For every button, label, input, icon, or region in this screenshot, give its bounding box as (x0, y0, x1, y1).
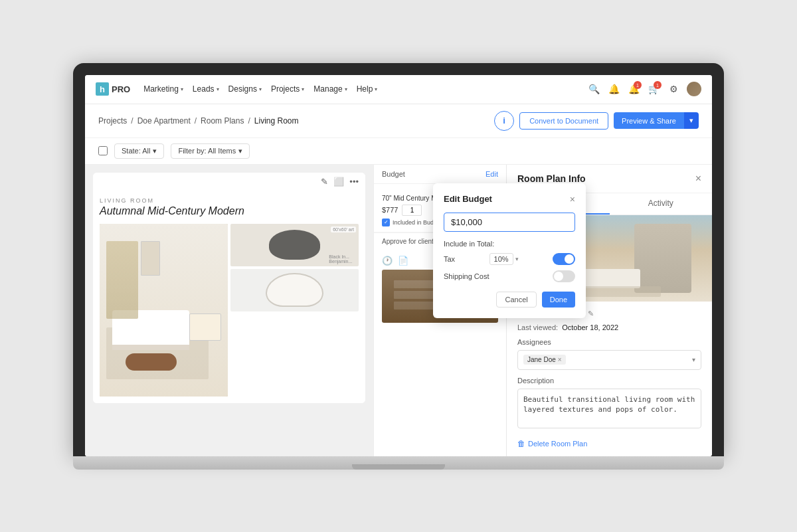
nav-leads[interactable]: Leads ▾ (193, 84, 219, 94)
tax-select: 10% ▾ (489, 253, 519, 265)
room-plan-image: LIVING ROOM Autumnal Mid-Century Modern (93, 191, 365, 403)
last-viewed-value: October 18, 2022 (562, 323, 618, 331)
search-icon[interactable]: 🔍 (587, 82, 600, 96)
shipping-toggle[interactable] (553, 270, 575, 282)
fireplace (634, 224, 692, 293)
room-label: LIVING ROOM (100, 197, 359, 204)
assignees-input[interactable]: Jane Doe × ▾ (517, 350, 701, 370)
done-button[interactable]: Done (542, 292, 575, 308)
room-plan-card: ✎ ⬜ ••• LIVING ROOM Autumnal Mid-Century… (93, 173, 365, 403)
wall-art-element (141, 241, 160, 276)
budget-edit-link[interactable]: Edit (486, 170, 498, 178)
breadcrumb-current: Living Room (254, 116, 299, 126)
artwork-figure (269, 230, 320, 260)
size-label: 60'x60' art (331, 226, 356, 232)
nav-items: Marketing ▾ Leads ▾ Designs ▾ Projects ▾ (143, 84, 574, 94)
room-collage: 60'x60' art Black In...Benjamin... (100, 224, 359, 397)
nav-designs[interactable]: Designs ▾ (228, 84, 262, 94)
chevron-down-icon: ▾ (515, 256, 519, 262)
breadcrumb-bar: Projects / Doe Apartment / Room Plans / … (85, 104, 712, 138)
bookshelf-element (106, 241, 138, 319)
houzz-logo-icon: h (96, 82, 109, 96)
breadcrumb-actions: i Convert to Document Preview & Share ▾ (494, 111, 699, 131)
nav-projects[interactable]: Projects ▾ (271, 84, 304, 94)
chevron-down-icon: ▾ (345, 86, 347, 92)
notifications-icon[interactable]: 🔔 1 (627, 82, 640, 96)
convert-to-document-button[interactable]: Convert to Document (519, 112, 608, 130)
edit-budget-modal: Edit Budget × Include in Total: Tax 10% … (433, 183, 586, 318)
modal-header: Edit Budget × (444, 194, 575, 205)
tax-toggle[interactable] (553, 253, 575, 265)
name-edit-icon[interactable]: ✎ (588, 310, 594, 318)
description-textarea[interactable]: Beautiful transitional living room with … (517, 389, 701, 428)
approve-label: Approve for client (382, 238, 434, 245)
delete-room-plan-link[interactable]: 🗑 Delete Room Plan (517, 439, 701, 448)
chevron-down-icon: ▾ (238, 147, 242, 155)
laptop-container: h PRO Marketing ▾ Leads ▾ Designs ▾ (73, 63, 724, 470)
chair-element (189, 313, 221, 341)
description-section-label: Description (517, 377, 701, 385)
edit-icon[interactable]: ✎ (321, 177, 328, 187)
nav-right: 🔍 🔔 🔔 1 🛒 1 ⚙ (587, 82, 701, 96)
assignees-section-label: Assignees (517, 338, 701, 346)
houzz-logo[interactable]: h PRO (96, 82, 130, 96)
budget-title: Budget (382, 170, 405, 178)
tax-percentage[interactable]: 10% (489, 253, 513, 265)
panel-close-button[interactable]: × (695, 173, 701, 185)
chevron-down-icon: ▾ (153, 147, 157, 155)
cancel-button[interactable]: Cancel (496, 292, 536, 308)
assignee-name: Jane Doe (527, 356, 556, 363)
more-icon[interactable]: ••• (349, 177, 359, 187)
remove-assignee-button[interactable]: × (558, 356, 562, 363)
view-icon[interactable]: ⬜ (333, 177, 344, 187)
tax-row: Tax 10% ▾ (444, 253, 575, 265)
modal-title: Edit Budget (444, 194, 492, 204)
product-qty-input[interactable] (402, 205, 422, 216)
card-toolbar: ✎ ⬜ ••• (93, 173, 365, 191)
artwork-image: 60'x60' art Black In...Benjamin... (230, 224, 359, 266)
settings-icon[interactable]: ⚙ (667, 82, 680, 96)
tab-activity[interactable]: Activity (610, 193, 713, 215)
shipping-label: Shipping Cost (444, 272, 489, 280)
breadcrumb-room-plans[interactable]: Room Plans (201, 116, 244, 126)
clock-icon[interactable]: 🕐 (382, 256, 393, 266)
screen-bezel: h PRO Marketing ▾ Leads ▾ Designs ▾ (73, 63, 724, 456)
chevron-down-icon: ▾ (302, 86, 304, 92)
main-room-image (100, 224, 228, 397)
mirror-shape (266, 273, 323, 307)
product-price: $777 (382, 206, 398, 214)
toolbar: State: All ▾ Filter by: All Items ▾ (85, 138, 712, 165)
assignees-dropdown-icon: ▾ (692, 356, 695, 363)
nav-manage[interactable]: Manage ▾ (313, 84, 347, 94)
info-button[interactable]: i (494, 111, 514, 131)
breadcrumb-doe-apartment[interactable]: Doe Apartment (137, 116, 191, 126)
artwork-credit: Black In...Benjamin... (329, 254, 352, 264)
nav-help[interactable]: Help ▾ (357, 84, 378, 94)
budget-amount-input[interactable] (444, 213, 575, 232)
last-viewed-label: Last viewed: (517, 323, 558, 331)
document-icon[interactable]: 📄 (398, 256, 408, 266)
modal-close-button[interactable]: × (570, 194, 575, 205)
items-filter-button[interactable]: Filter by: All Items ▾ (171, 143, 250, 159)
notification-badge: 1 (634, 81, 642, 89)
preview-share-group: Preview & Share ▾ (614, 112, 699, 129)
screen: h PRO Marketing ▾ Leads ▾ Designs ▾ (85, 75, 712, 456)
modal-actions: Cancel Done (444, 292, 575, 308)
preview-share-dropdown-button[interactable]: ▾ (684, 112, 699, 129)
bell-icon[interactable]: 🔔 (607, 82, 620, 96)
panel-content: Name: Living Room ✎ Last viewed: October… (507, 302, 712, 456)
cart-icon[interactable]: 🛒 1 (647, 82, 660, 96)
breadcrumb-projects[interactable]: Projects (98, 116, 127, 126)
room-title: Autumnal Mid-Century Modern (100, 205, 359, 217)
state-filter-button[interactable]: State: All ▾ (114, 143, 164, 159)
tax-label: Tax (444, 255, 455, 263)
nav-marketing[interactable]: Marketing ▾ (143, 84, 183, 94)
select-all-checkbox[interactable] (98, 146, 108, 155)
chevron-down-icon: ▾ (259, 86, 262, 92)
panel-title: Room Plan Info (517, 173, 586, 184)
avatar[interactable] (687, 82, 701, 96)
navbar: h PRO Marketing ▾ Leads ▾ Designs ▾ (85, 75, 712, 104)
product-panel: Budget Edit Edit Budget × Include in Tot… (373, 165, 506, 456)
included-checkbox[interactable]: ✓ (382, 219, 390, 226)
preview-share-button[interactable]: Preview & Share (614, 112, 684, 129)
